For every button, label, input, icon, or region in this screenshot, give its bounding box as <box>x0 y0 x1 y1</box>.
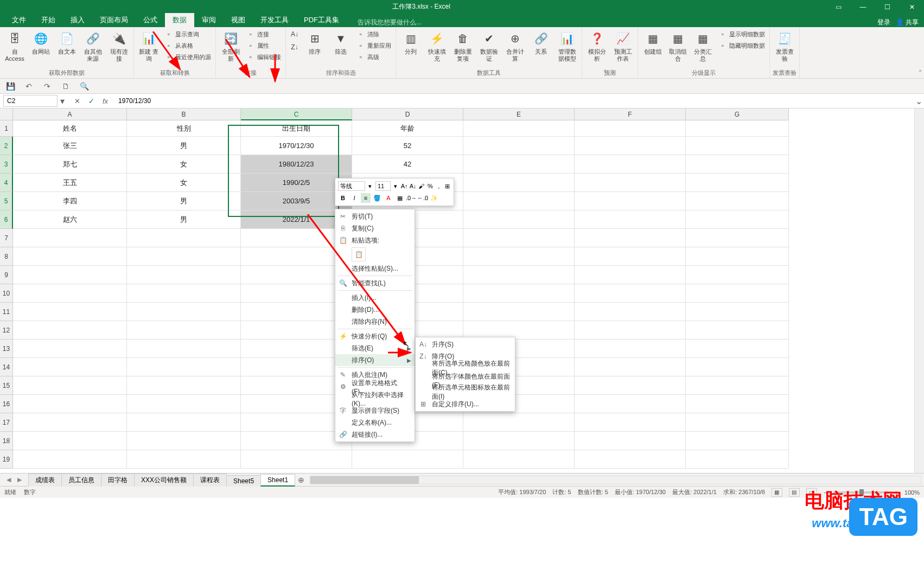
print-preview-icon[interactable]: 🔍 <box>78 80 90 92</box>
ribbon-small-button[interactable]: ▫清除 <box>354 29 393 40</box>
ribbon-small-button[interactable]: ▫显示查询 <box>162 29 213 40</box>
data-tool-button[interactable]: 🗑删除重复项 <box>450 29 475 63</box>
row-header[interactable]: 17 <box>0 413 13 432</box>
row-header[interactable]: 7 <box>0 229 13 247</box>
fill-color-icon[interactable]: 🪣 <box>372 193 382 203</box>
new-query-button[interactable]: 📊 新建 查询 <box>136 29 161 63</box>
cell[interactable] <box>127 358 241 376</box>
ribbon-small-button[interactable]: ▫从表格 <box>162 40 213 51</box>
data-tool-button[interactable]: ⚡快速填充 <box>424 29 449 63</box>
accept-formula-icon[interactable]: ✓ <box>86 95 97 106</box>
cell[interactable] <box>127 229 241 247</box>
cell[interactable] <box>352 450 463 469</box>
cell[interactable] <box>127 450 241 469</box>
context-menu-item[interactable]: 🔍智能查找(L) <box>335 277 415 289</box>
sort-asc-button[interactable]: A↓ <box>288 29 301 40</box>
cell[interactable] <box>127 432 241 450</box>
context-menu-item[interactable]: 定义名称(A)... <box>335 417 415 428</box>
refresh-all-button[interactable]: 🔄 全部刷新 <box>218 29 243 63</box>
cell[interactable]: 男 <box>127 137 241 155</box>
cell[interactable] <box>686 321 789 340</box>
cell[interactable] <box>575 192 686 210</box>
cell[interactable]: 出生日期 <box>241 120 352 137</box>
cell[interactable]: 年龄 <box>352 120 463 137</box>
minimize-icon[interactable]: — <box>851 0 875 14</box>
close-icon[interactable]: ✕ <box>900 0 924 14</box>
cell[interactable]: 1970/12/30 <box>241 137 352 155</box>
cell[interactable] <box>575 376 686 395</box>
sheet-tab[interactable]: 课程表 <box>193 474 227 487</box>
share-button[interactable]: 👤 共享 <box>896 18 919 27</box>
sheet-tab[interactable]: Sheet5 <box>226 475 261 487</box>
cell[interactable] <box>686 210 789 229</box>
column-header[interactable]: D <box>352 108 463 120</box>
paste-option-button[interactable]: 📋 <box>352 247 366 261</box>
context-menu-item[interactable]: 📋粘贴选项: <box>335 234 415 246</box>
row-header[interactable]: 11 <box>0 303 13 321</box>
cell[interactable] <box>13 395 127 413</box>
format-painter-icon[interactable]: 🖌 <box>418 181 425 191</box>
decimal-increase-icon[interactable]: .0→ <box>406 193 416 203</box>
cell[interactable] <box>686 450 789 469</box>
cell[interactable] <box>463 210 575 229</box>
italic-icon[interactable]: I <box>349 193 359 203</box>
context-menu-item[interactable]: ⚡快速分析(Q) <box>335 330 415 342</box>
data-tool-button[interactable]: 📊管理数据模型 <box>555 29 579 63</box>
cell[interactable] <box>575 450 686 469</box>
cell[interactable] <box>686 174 789 192</box>
sheet-tab[interactable]: 成绩表 <box>28 474 62 487</box>
cell[interactable]: 郑七 <box>13 155 127 174</box>
menu-tab-1[interactable]: 开始 <box>34 13 63 27</box>
menu-tab-3[interactable]: 页面布局 <box>92 13 136 27</box>
cell[interactable] <box>13 413 127 432</box>
column-header[interactable]: A <box>13 108 127 120</box>
row-header[interactable]: 18 <box>0 432 13 450</box>
cell[interactable]: 52 <box>352 137 463 155</box>
column-header[interactable]: C <box>241 108 352 120</box>
decimal-decrease-icon[interactable]: ←.0 <box>418 193 428 203</box>
ribbon-small-button[interactable]: ▫连接 <box>244 29 283 40</box>
cell[interactable] <box>463 120 575 137</box>
row-header[interactable]: 3 <box>0 155 13 174</box>
ribbon-small-button[interactable]: ▫显示明细数据 <box>716 29 767 40</box>
cell[interactable] <box>686 266 789 284</box>
redo-icon[interactable]: ↷ <box>41 80 53 92</box>
sheet-tab[interactable]: XXX公司销售额 <box>134 474 194 487</box>
cell[interactable] <box>575 321 686 340</box>
outline-button[interactable]: ▦取消组合 <box>665 29 690 63</box>
cell[interactable] <box>686 432 789 450</box>
spreadsheet-grid[interactable]: ABCDEFG 12345678910111213141516171819 姓名… <box>0 108 924 473</box>
row-header[interactable]: 8 <box>0 247 13 266</box>
cell[interactable] <box>575 137 686 155</box>
cell[interactable] <box>13 340 127 358</box>
cell[interactable] <box>463 155 575 174</box>
row-header[interactable]: 15 <box>0 376 13 395</box>
column-header[interactable]: E <box>463 108 575 120</box>
cell[interactable] <box>575 229 686 247</box>
cell[interactable] <box>13 432 127 450</box>
cell[interactable]: 姓名 <box>13 120 127 137</box>
cell[interactable] <box>686 155 789 174</box>
column-header[interactable]: F <box>575 108 686 120</box>
context-menu-item[interactable]: 选择性粘贴(S)... <box>335 263 415 274</box>
cell[interactable] <box>463 450 575 469</box>
cell[interactable]: 王五 <box>13 174 127 192</box>
context-menu-item[interactable]: 从下拉列表中选择(K)... <box>335 393 415 405</box>
external-data-button[interactable]: 📄自文本 <box>54 29 79 56</box>
cell[interactable] <box>13 266 127 284</box>
menu-tab-9[interactable]: PDF工具集 <box>296 13 347 27</box>
context-menu-item[interactable]: 插入(I)... <box>335 292 415 304</box>
merge-icon[interactable]: ⊞ <box>444 181 451 191</box>
cell[interactable] <box>241 450 352 469</box>
sort-desc-button[interactable]: Z↓ <box>288 42 301 53</box>
zoom-level[interactable]: 100% <box>904 489 920 496</box>
cell[interactable] <box>463 174 575 192</box>
cell[interactable] <box>686 247 789 266</box>
cell[interactable] <box>463 413 575 432</box>
menu-tab-7[interactable]: 视图 <box>224 13 253 27</box>
cell[interactable] <box>127 395 241 413</box>
data-tool-button[interactable]: 🔗关系 <box>528 29 553 56</box>
row-header[interactable]: 14 <box>0 358 13 376</box>
external-data-button[interactable]: 🗄自Access <box>2 29 27 63</box>
sheet-tab[interactable]: Sheet1 <box>260 474 295 487</box>
